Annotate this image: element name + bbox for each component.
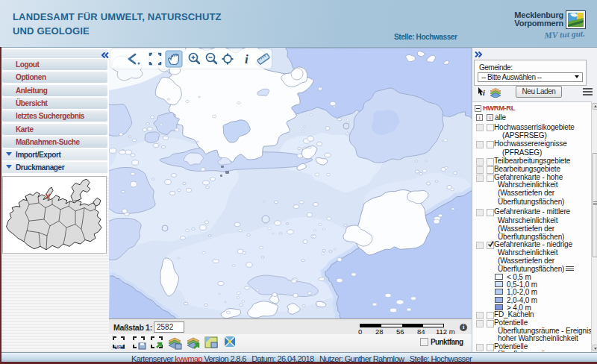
svg-text:URL: URL [114,345,125,350]
svg-text:i: i [483,89,485,97]
svg-text:i: i [245,52,249,66]
